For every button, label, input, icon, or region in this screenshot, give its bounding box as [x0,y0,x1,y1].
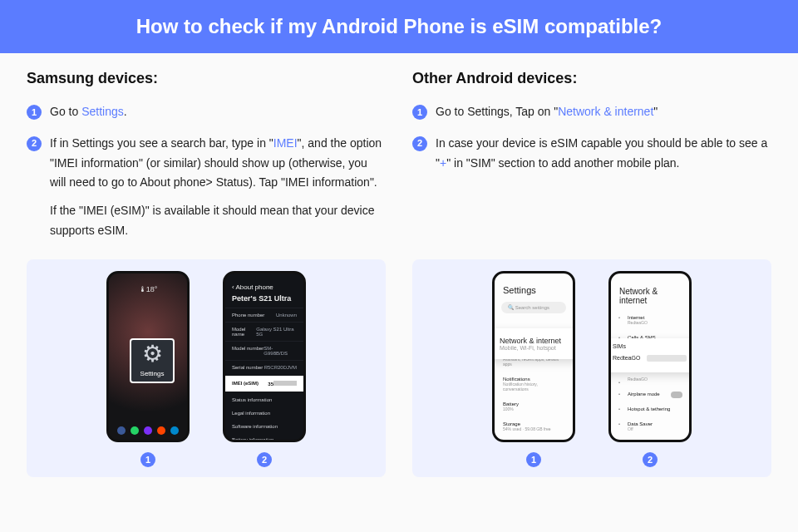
sims-card: SIMs RedteaGO + [608,338,692,372]
masked-area [647,355,687,362]
phone-mock-samsung-home: 🌡18° Settings [106,271,190,442]
samsung-heading: Samsung devices: [27,70,386,87]
other-step-2: 2 In case your device is eSIM capable yo… [412,134,771,174]
samsung-column: Samsung devices: 1 Go to Settings. 2 If … [27,70,386,253]
value: R5CR20DJVM [264,365,297,370]
imei-label: IMEI (eSIM) [232,381,259,386]
screenshot-row: 🌡18° Settings 1 ‹ About phone Peter's S2… [0,253,798,487]
other-shot-2: Network & internet InternetRedteaGO Call… [608,271,692,467]
text: . [124,105,127,118]
toggle-icon [671,392,682,398]
samsung-gallery: 🌡18° Settings 1 ‹ About phone Peter's S2… [27,259,386,477]
search-bar: 🔍 Search settings [501,302,566,313]
about-phone-header: ‹ About phone [225,273,303,294]
shot-badge: 2 [643,452,658,467]
step-badge: 1 [27,105,42,120]
phone-mock-settings: Settings 🔍 Search settings AppsAssistant… [492,271,575,442]
settings-icon-label: Settings [130,370,175,377]
step-badge: 1 [412,105,427,120]
list-sub: Notification history, conversations [503,382,564,392]
other-step-1: 1 Go to Settings, Tap on "Network & inte… [412,102,771,122]
shot-badge: 1 [526,452,541,467]
step-extra-text: If the "IMEI (eSIM)" is available it sho… [50,201,386,241]
card-sub: Mobile, Wi-Fi, hotspot [500,345,575,351]
list-item: VPN [628,441,681,442]
label: Model name [232,327,256,337]
list-sub: RedteaGO [628,320,681,325]
text: " [653,105,658,118]
step-badge: 2 [27,136,42,151]
settings-link[interactable]: Settings [81,105,124,118]
imei-prefix: 35 [268,382,273,387]
sim-name: RedteaGO [613,355,640,361]
list-item: Battery information [225,433,303,442]
shot-badge: 2 [257,452,272,467]
dock [109,426,187,435]
list-sub: Off [628,426,681,431]
card-label: SIMs [613,343,692,349]
label: Serial number [232,365,263,370]
phone-mock-network-internet: Network & internet InternetRedteaGO Call… [608,271,692,442]
list-item: Status information [225,393,303,406]
text: Go to Settings, Tap on " [436,105,558,118]
weather-widget: 🌡18° [109,285,187,293]
value: Unknown [276,313,297,318]
step-text: Go to Settings, Tap on "Network & intern… [436,102,771,122]
other-heading: Other Android devices: [412,70,771,87]
list-item: Legal information [225,406,303,420]
imei-link[interactable]: IMEI [273,136,298,150]
imei-esim-row: IMEI (eSIM) 35 [223,376,306,392]
step-text: In case your device is eSIM capable you … [436,134,771,174]
screen-title: Network & internet [611,273,689,310]
card-title: Network & internet [500,337,575,345]
page-title: How to check if my Android Phone is eSIM… [0,0,798,53]
list-item: Sound & vibration [503,441,564,442]
samsung-step-1: 1 Go to Settings. [27,102,386,122]
step-text: Go to Settings. [50,102,386,122]
network-internet-card: Network & internet Mobile, Wi-Fi, hotspo… [492,328,575,359]
samsung-shot-1: 🌡18° Settings 1 [106,271,190,467]
list-sub: RedteaGO [628,377,681,382]
list-item: Hotspot & tethering [628,406,681,411]
samsung-step-2: 2 If in Settings you see a search bar, t… [27,134,386,241]
value: SM-G998B/DS [264,346,297,356]
text: If in Settings you see a search bar, typ… [50,136,273,150]
shot-badge: 1 [140,452,155,467]
network-internet-link[interactable]: Network & internet [558,105,653,118]
label: Model number [232,346,264,356]
other-gallery: Settings 🔍 Search settings AppsAssistant… [412,259,771,477]
step-badge: 2 [412,136,427,151]
masked-value [273,381,297,386]
list-item: Software information [225,420,303,433]
settings-title: Settings [495,273,573,298]
list-sub: 54% used · 59.08 GB free [503,426,564,431]
device-name: Peter's S21 Ultra [225,294,303,308]
samsung-shot-2: ‹ About phone Peter's S21 Ultra Phone nu… [223,271,306,467]
value: Galaxy S21 Ultra 5G [256,327,297,337]
instruction-columns: Samsung devices: 1 Go to Settings. 2 If … [0,53,798,253]
label: Phone number [232,313,264,318]
text: Go to [50,105,81,118]
text: " in "SIM" section to add another mobile… [446,156,679,170]
list-sub: 100% [503,406,564,411]
other-column: Other Android devices: 1 Go to Settings,… [412,70,771,253]
other-shot-1: Settings 🔍 Search settings AppsAssistant… [492,271,575,467]
phone-mock-about-phone: ‹ About phone Peter's S21 Ultra Phone nu… [223,271,306,442]
step-text: If in Settings you see a search bar, typ… [50,134,386,241]
plus-link[interactable]: + [440,156,446,170]
